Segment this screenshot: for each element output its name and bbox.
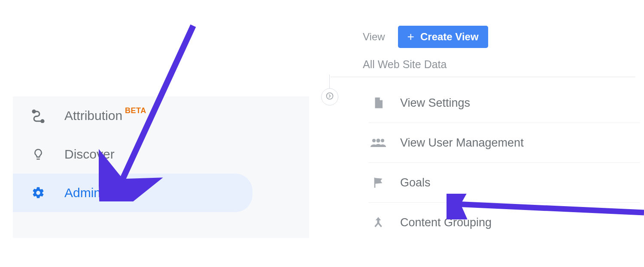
- admin-item-view-settings[interactable]: View Settings: [368, 83, 640, 123]
- create-view-button-label: Create View: [420, 31, 479, 43]
- column-divider-line: [329, 75, 330, 89]
- sidebar-snippet: Attribution BETA Discover Admin: [13, 96, 309, 238]
- sidebar-item-label: Admin: [64, 186, 101, 200]
- sidebar-item-label: Discover: [64, 147, 115, 162]
- plus-icon: +: [407, 32, 414, 42]
- lightbulb-icon: [29, 148, 47, 161]
- svg-point-4: [377, 139, 380, 143]
- document-icon: [368, 96, 388, 110]
- sidebar-item-attribution[interactable]: Attribution BETA: [13, 96, 309, 135]
- svg-point-3: [372, 139, 376, 142]
- arrow-right-icon: [326, 91, 334, 102]
- view-header: View + Create View: [331, 17, 640, 48]
- admin-item-label: Content Grouping: [400, 216, 492, 229]
- admin-list: View Settings View User Management Goals: [368, 83, 640, 242]
- admin-item-content-grouping[interactable]: Content Grouping: [368, 203, 640, 242]
- admin-item-label: View User Management: [400, 136, 524, 150]
- admin-item-goals[interactable]: Goals: [368, 163, 640, 203]
- merge-icon: [368, 215, 388, 230]
- admin-item-label: View Settings: [400, 96, 470, 110]
- sidebar-item-admin[interactable]: Admin: [13, 174, 252, 212]
- flag-icon: [368, 175, 388, 190]
- admin-view-column: View + Create View All Web Site Data Vie…: [331, 17, 640, 266]
- admin-item-user-management[interactable]: View User Management: [368, 123, 640, 163]
- collapse-circle-button[interactable]: [321, 88, 338, 105]
- attribution-icon: [29, 108, 47, 123]
- gear-icon: [29, 186, 47, 200]
- users-icon: [368, 137, 388, 149]
- sidebar-item-label: Attribution: [64, 108, 122, 123]
- svg-point-1: [41, 120, 44, 123]
- svg-point-5: [381, 139, 384, 142]
- admin-item-label: Goals: [400, 176, 431, 189]
- svg-point-2: [327, 93, 333, 99]
- current-view-name[interactable]: All Web Site Data: [331, 48, 635, 77]
- create-view-button[interactable]: + Create View: [398, 26, 488, 48]
- view-section-label: View: [363, 31, 385, 43]
- sidebar-item-discover[interactable]: Discover: [13, 135, 309, 174]
- beta-badge: BETA: [125, 106, 146, 115]
